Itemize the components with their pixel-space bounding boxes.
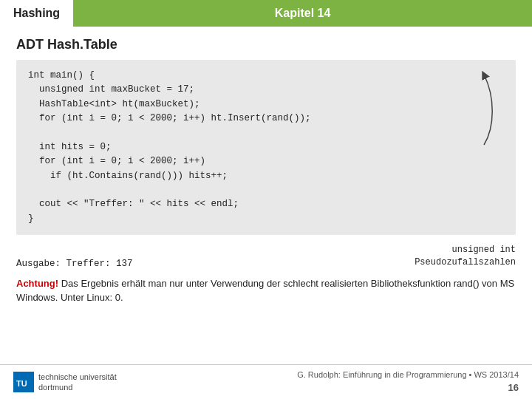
header-kapitel: Kapitel 14 xyxy=(73,0,532,27)
code-line-6: int hits = 0; xyxy=(28,140,504,154)
code-line-7: for (int i = 0; i < 2000; i++) xyxy=(28,154,504,168)
header-title: Hashing xyxy=(0,0,73,27)
code-line-1: int main() { xyxy=(28,69,504,83)
header: Hashing Kapitel 14 xyxy=(0,0,532,27)
svg-text:TU: TU xyxy=(16,379,27,388)
output-area: Ausgabe: Treffer: 137 unsigned int Pseud… xyxy=(16,244,516,269)
tu-dortmund-logo-icon: TU xyxy=(13,372,34,392)
code-line-10: cout << "Treffer: " << hits << endl; xyxy=(28,197,504,211)
code-block: int main() { unsigned int maxBucket = 17… xyxy=(16,60,516,235)
footer-uni-line2: dortmund xyxy=(38,382,117,392)
pseudozufall-line1: unsigned int xyxy=(415,244,516,256)
code-line-2: unsigned int maxBucket = 17; xyxy=(28,83,504,97)
footer-credit: G. Rudolph: Einführung in die Programmie… xyxy=(297,369,519,381)
achtung-label: Achtung! xyxy=(16,278,58,289)
footer-uni-line1: technische universität xyxy=(38,372,117,382)
page-number: 16 xyxy=(297,381,519,395)
footer-right: G. Rudolph: Einführung in die Programmie… xyxy=(297,369,519,395)
footer: TU technische universität dortmund G. Ru… xyxy=(0,364,532,399)
code-line-8: if (ht.Contains(rand())) hits++; xyxy=(28,169,504,183)
code-line-4: for (int i = 0; i < 2000; i++) ht.Insert… xyxy=(28,112,504,126)
code-line-5 xyxy=(28,126,504,140)
ausgabe-text: Ausgabe: Treffer: 137 xyxy=(16,259,133,269)
adt-title: ADT Hash.Table xyxy=(16,37,516,52)
main-content: ADT Hash.Table int main() { unsigned int… xyxy=(0,27,532,321)
code-line-9 xyxy=(28,183,504,197)
footer-university: technische universität dortmund xyxy=(38,372,117,393)
code-line-3: HashTable<int> ht(maxBucket); xyxy=(28,98,504,112)
pseudozufall-line2: Pseudozufallszahlen xyxy=(415,256,516,269)
achtung-text: Das Ergebnis erhält man nur unter Verwen… xyxy=(16,278,514,304)
achtung-section: Achtung! Das Ergebnis erhält man nur unt… xyxy=(16,276,516,305)
footer-logo: TU technische universität dortmund xyxy=(13,372,117,393)
code-line-11: } xyxy=(28,212,504,226)
pseudozufall-box: unsigned int Pseudozufallszahlen xyxy=(415,244,516,269)
